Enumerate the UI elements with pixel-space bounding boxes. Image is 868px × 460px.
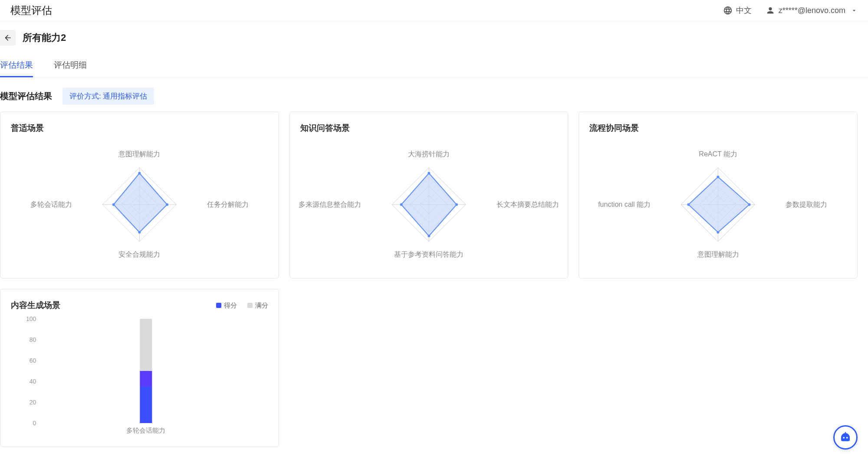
back-button[interactable] [0,30,16,46]
svg-point-35 [717,175,720,178]
svg-text:多轮会话能力: 多轮会话能力 [126,427,165,434]
svg-point-10 [166,203,168,206]
radar-cards-row: 普适场景 意图理解能力任务分解能力安全合规能力多轮会话能力 知识问答场景 大海捞… [0,112,868,278]
radar-axis-label: 基于参考资料问答能力 [394,250,464,259]
robot-icon [839,431,852,444]
title-bar: 所有能力2 [0,21,868,54]
svg-point-36 [748,203,751,206]
svg-text:20: 20 [30,399,36,406]
svg-point-37 [717,231,720,234]
bar-legend: 得分 满分 [216,301,268,310]
user-menu[interactable]: z*****@lenovo.com [766,6,858,15]
svg-marker-21 [401,173,457,236]
radar-card-1-title: 知识问答场景 [300,122,558,134]
svg-point-25 [400,203,402,206]
svg-text:40: 40 [30,378,36,385]
radar-card-0-title: 普适场景 [11,122,268,134]
legend-score-label: 得分 [224,301,237,310]
radar-chart-1: 大海捞针能力长文本摘要总结能力基于参考资料问答能力多来源信息整合能力 [300,137,558,268]
radar-axis-label: 意图理解能力 [118,150,160,159]
svg-point-12 [112,203,115,206]
top-bar: 模型评估 中文 z*****@lenovo.com [0,0,868,21]
top-bar-right: 中文 z*****@lenovo.com [723,5,858,16]
assistant-fab[interactable] [833,425,858,447]
eval-method-badge: 评价方式: 通用指标评估 [62,88,154,105]
svg-point-38 [687,203,690,206]
radar-axis-label: function call 能力 [598,200,651,209]
page-title: 所有能力2 [23,31,66,44]
svg-rect-46 [140,387,152,423]
radar-card-0: 普适场景 意图理解能力任务分解能力安全合规能力多轮会话能力 [0,112,279,278]
tab-details[interactable]: 评估明细 [54,54,87,77]
radar-axis-label: 安全合规能力 [118,250,160,259]
svg-text:100: 100 [26,315,36,322]
tabs: 评估结果 评估明细 [0,54,868,77]
radar-card-1: 知识问答场景 大海捞针能力长文本摘要总结能力基于参考资料问答能力多来源信息整合能… [289,112,569,278]
language-label: 中文 [736,5,752,16]
tab-results[interactable]: 评估结果 [0,54,33,77]
app-title: 模型评估 [10,3,52,17]
svg-point-11 [138,231,141,234]
legend-full-swatch [247,303,253,308]
radar-axis-label: ReACT 能力 [699,150,737,159]
svg-text:60: 60 [30,357,36,364]
svg-point-24 [427,235,430,237]
arrow-left-icon [3,33,12,42]
bar-chart: 020406080100多轮会话能力 [11,314,268,436]
svg-text:80: 80 [30,336,36,343]
chevron-down-icon [851,7,858,14]
user-icon [766,6,775,15]
radar-axis-label: 参数提取能力 [786,200,827,209]
radar-card-2-title: 流程协同场景 [589,122,847,134]
svg-rect-47 [140,371,152,387]
globe-icon [723,6,733,15]
radar-axis-label: 多轮会话能力 [30,200,72,209]
radar-card-2: 流程协同场景 ReACT 能力参数提取能力意图理解能力function call… [579,112,858,278]
radar-axis-label: 意图理解能力 [697,250,739,259]
svg-text:0: 0 [33,420,36,427]
legend-full: 满分 [247,301,268,310]
radar-axis-label: 多来源信息整合能力 [299,200,361,209]
radar-chart-2: ReACT 能力参数提取能力意图理解能力function call 能力 [589,137,847,268]
language-switcher[interactable]: 中文 [723,5,752,16]
svg-point-23 [455,203,458,206]
legend-score-swatch [216,303,221,308]
section-head: 模型评估结果 评价方式: 通用指标评估 [0,77,868,112]
section-title: 模型评估结果 [0,90,52,102]
radar-axis-label: 大海捞针能力 [408,150,450,159]
legend-score: 得分 [216,301,237,310]
user-email: z*****@lenovo.com [779,6,845,15]
bar-card: 内容生成场景 得分 满分 020406080100多轮会话能力 [0,289,279,447]
svg-point-22 [427,172,430,175]
svg-marker-34 [689,177,750,232]
radar-axis-label: 任务分解能力 [207,200,249,209]
bar-card-title: 内容生成场景 [11,300,60,311]
svg-point-9 [138,172,141,175]
radar-chart-0: 意图理解能力任务分解能力安全合规能力多轮会话能力 [11,137,268,268]
legend-full-label: 满分 [255,301,268,310]
radar-axis-label: 长文本摘要总结能力 [496,200,559,209]
